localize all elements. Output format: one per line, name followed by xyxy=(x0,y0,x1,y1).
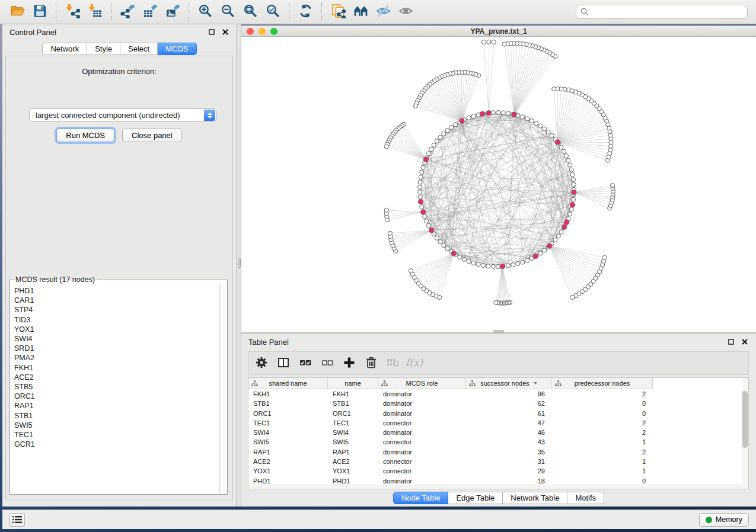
cell-mcds-role[interactable]: connector xyxy=(378,437,466,447)
table-splitter[interactable] xyxy=(241,332,756,334)
cell-successor-nodes[interactable]: 46 xyxy=(466,428,552,437)
tab-network-table[interactable]: Network Table xyxy=(503,492,567,504)
panel-splitter[interactable] xyxy=(237,24,241,507)
table-horizontal-scrollbar[interactable] xyxy=(248,485,742,489)
scrollbar-thumb[interactable] xyxy=(742,391,748,448)
search-box[interactable] xyxy=(576,5,748,19)
table-row[interactable]: YOX1YOX1connector291 xyxy=(248,466,748,476)
tab-edge-table[interactable]: Edge Table xyxy=(448,492,503,504)
cell-predecessor-nodes[interactable]: 0 xyxy=(552,409,653,418)
close-panel-button[interactable]: Close panel xyxy=(122,129,182,142)
table-row[interactable]: SWI4SWI4dominator462 xyxy=(248,428,748,437)
cell-shared-name[interactable]: STB1 xyxy=(248,399,328,408)
table-row[interactable]: STB1STB1dominator620 xyxy=(248,399,748,408)
cell-name[interactable]: RAP1 xyxy=(328,447,378,457)
panel-menu-button[interactable] xyxy=(9,513,25,527)
settings-button[interactable] xyxy=(253,355,270,371)
tab-style[interactable]: Style xyxy=(87,43,120,55)
tab-node-table[interactable]: Node Table xyxy=(393,492,449,504)
column-header-name[interactable]: name xyxy=(328,378,378,389)
mcds-result-item[interactable]: PHD1 xyxy=(14,286,219,296)
open-file-button[interactable] xyxy=(6,1,28,23)
zoom-fit-button[interactable] xyxy=(239,1,261,23)
show-columns-button[interactable] xyxy=(275,355,292,371)
table-row[interactable]: TEC1TEC1connector472 xyxy=(248,418,748,428)
table-row[interactable]: SWI5SWI5connector431 xyxy=(248,437,748,447)
column-header-successor-nodes[interactable]: successor nodes xyxy=(466,378,552,389)
close-table-panel-button[interactable] xyxy=(741,338,749,346)
cell-name[interactable]: YOX1 xyxy=(328,466,378,476)
cell-successor-nodes[interactable]: 62 xyxy=(466,399,552,408)
run-mcds-button[interactable]: Run MCDS xyxy=(56,129,114,142)
window-zoom-light[interactable] xyxy=(270,28,277,35)
float-panel-button[interactable] xyxy=(208,28,216,36)
cell-successor-nodes[interactable]: 31 xyxy=(466,457,552,466)
cell-name[interactable]: SWI4 xyxy=(328,428,378,437)
cell-mcds-role[interactable]: connector xyxy=(378,457,466,466)
cell-predecessor-nodes[interactable]: 2 xyxy=(552,389,653,399)
memory-button[interactable]: Memory xyxy=(699,513,749,527)
tab-select[interactable]: Select xyxy=(120,43,158,55)
cell-predecessor-nodes[interactable]: 1 xyxy=(552,437,653,447)
cell-shared-name[interactable]: SWI4 xyxy=(248,428,328,437)
cell-name[interactable]: ACE2 xyxy=(328,457,378,466)
cell-name[interactable]: FKH1 xyxy=(328,389,378,399)
network-graph[interactable] xyxy=(241,37,755,331)
close-panel-x-button[interactable] xyxy=(221,28,229,36)
splitter-handle[interactable] xyxy=(238,258,241,268)
export-network-button[interactable] xyxy=(116,1,139,23)
column-header-shared-name[interactable]: shared name xyxy=(248,378,328,389)
hide-selection-button[interactable] xyxy=(372,1,394,23)
zoom-in-button[interactable] xyxy=(194,1,216,23)
mcds-result-item[interactable]: PMA2 xyxy=(14,353,219,363)
cell-name[interactable]: TEC1 xyxy=(328,418,378,428)
tab-motifs[interactable]: Motifs xyxy=(567,492,604,504)
mcds-result-item[interactable]: CAR1 xyxy=(14,296,219,305)
mcds-result-item[interactable]: ACE2 xyxy=(14,373,219,382)
zoom-out-button[interactable] xyxy=(216,1,239,23)
cell-successor-nodes[interactable]: 43 xyxy=(466,437,552,447)
tab-mcds[interactable]: MCDS xyxy=(158,43,196,55)
import-table-button[interactable] xyxy=(84,1,106,23)
criterion-dropdown[interactable]: largest connected component (undirected) xyxy=(29,108,216,122)
mcds-result-item[interactable]: SWI4 xyxy=(14,334,219,344)
save-session-button[interactable] xyxy=(28,1,51,23)
cell-mcds-role[interactable]: connector xyxy=(378,418,466,428)
cell-successor-nodes[interactable]: 61 xyxy=(466,409,552,418)
mcds-result-item[interactable]: GCR1 xyxy=(14,440,219,449)
cell-successor-nodes[interactable]: 47 xyxy=(466,418,552,428)
table-row[interactable]: RAP1RAP1dominator352 xyxy=(248,447,748,457)
cell-mcds-role[interactable]: dominator xyxy=(378,389,466,399)
export-table-button[interactable] xyxy=(139,1,161,23)
mcds-result-item[interactable]: YOX1 xyxy=(14,325,219,334)
window-close-light[interactable] xyxy=(247,28,254,35)
cell-shared-name[interactable]: YOX1 xyxy=(248,466,328,476)
mcds-result-item[interactable]: STB5 xyxy=(14,382,219,392)
cell-successor-nodes[interactable]: 35 xyxy=(466,447,552,457)
window-minimize-light[interactable] xyxy=(259,28,266,35)
add-column-button[interactable] xyxy=(341,355,358,371)
mcds-list-scrollbar[interactable] xyxy=(219,284,227,494)
refresh-view-button[interactable] xyxy=(294,1,317,23)
cell-shared-name[interactable]: TEC1 xyxy=(248,418,328,428)
cell-predecessor-nodes[interactable]: 2 xyxy=(552,418,653,428)
table-splitter-handle[interactable] xyxy=(493,330,504,333)
mcds-result-item[interactable]: SWI5 xyxy=(14,421,219,430)
cell-predecessor-nodes[interactable]: 2 xyxy=(552,428,653,437)
column-header-mcds-role[interactable]: MCDS role xyxy=(378,378,466,389)
cell-predecessor-nodes[interactable]: 1 xyxy=(552,457,653,466)
mcds-result-item[interactable]: ORC1 xyxy=(14,392,219,401)
mcds-result-item[interactable]: TID3 xyxy=(14,315,219,325)
cell-predecessor-nodes[interactable]: 0 xyxy=(552,399,653,408)
tab-network[interactable]: Network xyxy=(42,43,87,55)
show-all-button[interactable] xyxy=(394,1,417,23)
mcds-result-item[interactable]: FKH1 xyxy=(14,363,219,373)
network-canvas[interactable] xyxy=(241,37,756,332)
table-row[interactable]: FKH1FKH1dominator962 xyxy=(248,389,748,399)
export-image-button[interactable] xyxy=(161,1,184,23)
cell-mcds-role[interactable]: dominator xyxy=(378,447,466,457)
column-header-predecessor-nodes[interactable]: predecessor nodes xyxy=(552,378,653,389)
cell-shared-name[interactable]: ORC1 xyxy=(248,409,328,418)
float-table-panel-button[interactable] xyxy=(727,338,735,346)
search-input[interactable] xyxy=(592,8,743,16)
